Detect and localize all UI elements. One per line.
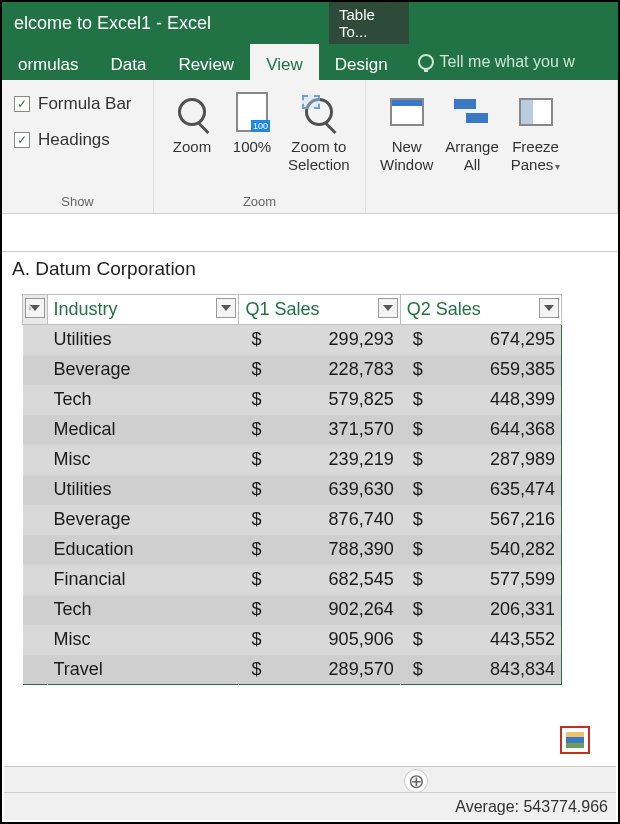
cell-q2[interactable]: $567,216 [400, 505, 561, 535]
tell-me-placeholder: Tell me what you w [440, 53, 575, 71]
cell-q2[interactable]: $287,989 [400, 445, 561, 475]
window-title: elcome to Excel1 - Excel [2, 13, 211, 34]
cell-industry[interactable]: Education [47, 535, 239, 565]
contextual-tab-label[interactable]: Table To... [329, 2, 409, 44]
header-industry[interactable]: Industry [47, 295, 239, 325]
ribbon-tabs: ormulas Data Review View Design Tell me … [2, 44, 618, 80]
table-row[interactable]: Utilities$299,293$674,295 [23, 325, 562, 355]
table-row[interactable]: Tech$579,825$448,399 [23, 385, 562, 415]
cell-industry[interactable]: Misc [47, 625, 239, 655]
cell-q1[interactable]: $228,783 [239, 355, 400, 385]
filter-dropdown-icon[interactable] [378, 298, 398, 318]
row-handle[interactable] [23, 415, 48, 445]
tab-formulas[interactable]: ormulas [2, 44, 94, 80]
header-q1-sales[interactable]: Q1 Sales [239, 295, 400, 325]
cell-industry[interactable]: Travel [47, 655, 239, 685]
ribbon-group-show: ✓ Formula Bar ✓ Headings Show [2, 80, 154, 213]
cell-q2[interactable]: $448,399 [400, 385, 561, 415]
zoom-100-button[interactable]: 100% [222, 86, 282, 160]
table-row[interactable]: Medical$371,570$644,368 [23, 415, 562, 445]
row-handle[interactable] [23, 355, 48, 385]
header-sort-column[interactable] [23, 295, 48, 325]
cell-q2[interactable]: $674,295 [400, 325, 561, 355]
cell-q2[interactable]: $635,474 [400, 475, 561, 505]
quick-analysis-icon [566, 732, 584, 748]
new-sheet-button[interactable]: ⊕ [404, 769, 428, 793]
cell-q2[interactable]: $540,282 [400, 535, 561, 565]
cell-q2[interactable]: $206,331 [400, 595, 561, 625]
checkbox-formula-bar[interactable]: ✓ Formula Bar [10, 86, 145, 122]
cell-q1[interactable]: $788,390 [239, 535, 400, 565]
row-handle[interactable] [23, 325, 48, 355]
new-window-button[interactable]: NewWindow [374, 86, 439, 178]
cell-industry[interactable]: Beverage [47, 505, 239, 535]
table-row[interactable]: Tech$902,264$206,331 [23, 595, 562, 625]
table-row[interactable]: Education$788,390$540,282 [23, 535, 562, 565]
table-row[interactable]: Utilities$639,630$635,474 [23, 475, 562, 505]
cell-q2[interactable]: $644,368 [400, 415, 561, 445]
cell-q2[interactable]: $843,834 [400, 655, 561, 685]
cell-industry[interactable]: Utilities [47, 475, 239, 505]
arrange-all-button[interactable]: ArrangeAll [439, 86, 504, 178]
zoom-to-selection-button[interactable]: Zoom toSelection [282, 86, 356, 178]
row-handle[interactable] [23, 535, 48, 565]
table-row[interactable]: Travel$289,570$843,834 [23, 655, 562, 685]
cell-industry[interactable]: Beverage [47, 355, 239, 385]
table-row[interactable]: Beverage$876,740$567,216 [23, 505, 562, 535]
sort-filter-icon[interactable] [25, 298, 45, 318]
cell-q1[interactable]: $299,293 [239, 325, 400, 355]
cell-industry[interactable]: Utilities [47, 325, 239, 355]
cell-q1[interactable]: $905,906 [239, 625, 400, 655]
arrange-icon [454, 97, 490, 127]
row-handle[interactable] [23, 625, 48, 655]
row-handle[interactable] [23, 595, 48, 625]
row-handle[interactable] [23, 505, 48, 535]
formula-bar-area[interactable] [2, 214, 618, 252]
row-handle[interactable] [23, 475, 48, 505]
row-handle[interactable] [23, 385, 48, 415]
cell-q1[interactable]: $902,264 [239, 595, 400, 625]
sheet-tab-bar[interactable]: ⊕ [4, 766, 616, 794]
ribbon-group-window: NewWindow ArrangeAll FreezePanes▾ [366, 80, 618, 213]
table-row[interactable]: Misc$239,219$287,989 [23, 445, 562, 475]
group-label-zoom: Zoom [162, 194, 357, 211]
status-average-value: 543774.966 [523, 798, 608, 816]
table-row[interactable]: Misc$905,906$443,552 [23, 625, 562, 655]
zoom-button[interactable]: Zoom [162, 86, 222, 160]
cell-q1[interactable]: $876,740 [239, 505, 400, 535]
cell-q1[interactable]: $639,630 [239, 475, 400, 505]
cell-q2[interactable]: $659,385 [400, 355, 561, 385]
cell-industry[interactable]: Medical [47, 415, 239, 445]
filter-dropdown-icon[interactable] [216, 298, 236, 318]
cell-industry[interactable]: Misc [47, 445, 239, 475]
cell-q2[interactable]: $443,552 [400, 625, 561, 655]
row-handle[interactable] [23, 655, 48, 685]
cell-q2[interactable]: $577,599 [400, 565, 561, 595]
title-bar: elcome to Excel1 - Excel Table To... [2, 2, 618, 44]
freeze-panes-button[interactable]: FreezePanes▾ [505, 86, 567, 178]
active-cell-display[interactable]: A. Datum Corporation [2, 252, 618, 290]
table-row[interactable]: Financial$682,545$577,599 [23, 565, 562, 595]
worksheet-grid[interactable]: Industry Q1 Sales Q2 Sales Utilities$299… [2, 290, 618, 685]
header-q2-sales[interactable]: Q2 Sales [400, 295, 561, 325]
cell-q1[interactable]: $682,545 [239, 565, 400, 595]
table-row[interactable]: Beverage$228,783$659,385 [23, 355, 562, 385]
cell-industry[interactable]: Tech [47, 385, 239, 415]
cell-q1[interactable]: $371,570 [239, 415, 400, 445]
row-handle[interactable] [23, 445, 48, 475]
cell-industry[interactable]: Tech [47, 595, 239, 625]
tell-me-search[interactable]: Tell me what you w [404, 44, 575, 80]
row-handle[interactable] [23, 565, 48, 595]
headings-label: Headings [38, 130, 110, 150]
cell-industry[interactable]: Financial [47, 565, 239, 595]
cell-q1[interactable]: $289,570 [239, 655, 400, 685]
tab-review[interactable]: Review [162, 44, 250, 80]
tab-data[interactable]: Data [94, 44, 162, 80]
cell-q1[interactable]: $239,219 [239, 445, 400, 475]
tab-view[interactable]: View [250, 44, 319, 80]
checkbox-headings[interactable]: ✓ Headings [10, 122, 145, 158]
filter-dropdown-icon[interactable] [539, 298, 559, 318]
quick-analysis-button[interactable] [560, 726, 590, 754]
tab-design[interactable]: Design [319, 44, 404, 80]
cell-q1[interactable]: $579,825 [239, 385, 400, 415]
